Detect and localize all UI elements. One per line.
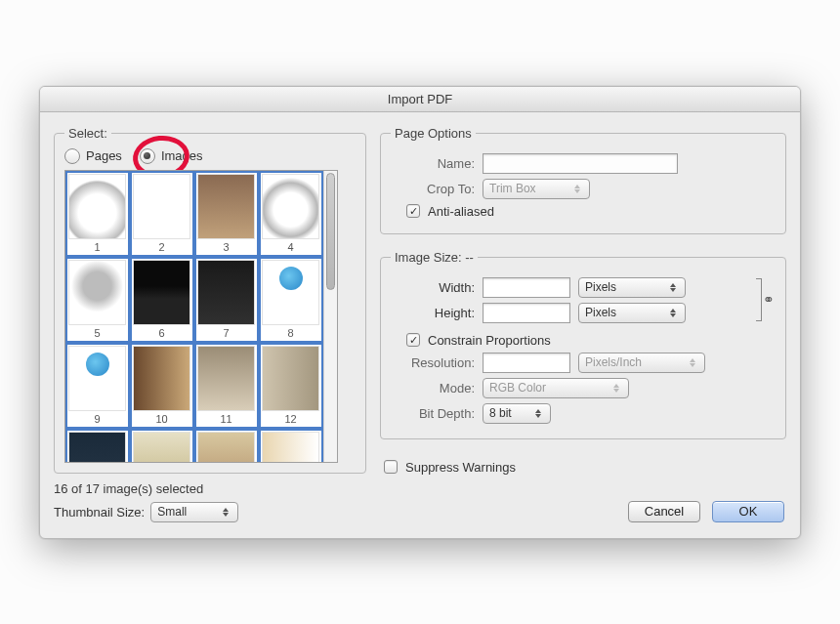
thumbnail-item[interactable]: 4 bbox=[259, 171, 323, 257]
mode-select[interactable]: RGB Color bbox=[483, 378, 629, 398]
name-field[interactable] bbox=[483, 153, 678, 174]
thumbnail-item[interactable]: 12 bbox=[259, 343, 323, 429]
image-size-legend: Image Size: -- bbox=[391, 250, 478, 265]
thumbnail-item[interactable]: 1 bbox=[65, 171, 130, 257]
scrollbar-thumb[interactable] bbox=[326, 173, 335, 290]
ok-button[interactable]: OK bbox=[712, 501, 784, 522]
select-arrows-icon bbox=[220, 508, 231, 517]
height-unit-select[interactable]: Pixels bbox=[578, 303, 686, 323]
pages-radio-label: Pages bbox=[86, 148, 122, 163]
cancel-button[interactable]: Cancel bbox=[628, 501, 700, 522]
select-arrows-icon bbox=[571, 185, 583, 193]
resolution-unit-select[interactable]: Pixels/Inch bbox=[578, 353, 705, 373]
thumbnail-scrollbar[interactable] bbox=[323, 171, 337, 462]
thumbnail-number: 1 bbox=[68, 241, 126, 253]
selection-status: 16 of 17 image(s) selected bbox=[54, 481, 366, 496]
thumbnail-item[interactable]: 9 bbox=[65, 343, 130, 429]
thumbnail-item[interactable]: 7 bbox=[194, 257, 259, 343]
suppress-warnings-label: Suppress Warnings bbox=[405, 460, 516, 475]
select-arrows-icon bbox=[532, 409, 544, 418]
select-arrows-icon bbox=[610, 384, 622, 393]
import-pdf-dialog: Import PDF Select: Pages Images 1 2 3 bbox=[39, 86, 801, 539]
name-label: Name: bbox=[391, 156, 475, 171]
thumbnail-number: 2 bbox=[133, 241, 190, 253]
height-label: Height: bbox=[391, 306, 475, 320]
select-group: Select: Pages Images 1 2 3 4 5 6 bbox=[54, 126, 366, 474]
mode-value: RGB Color bbox=[489, 381, 546, 395]
thumbnail-item[interactable]: 5 bbox=[65, 257, 130, 343]
width-label: Width: bbox=[391, 280, 475, 295]
select-arrows-icon bbox=[667, 309, 679, 317]
thumbnail-number: 3 bbox=[197, 241, 255, 253]
thumbnail-size-select[interactable]: Small bbox=[150, 502, 238, 522]
crop-to-value: Trim Box bbox=[489, 182, 536, 195]
thumbnail-size-value: Small bbox=[157, 505, 187, 519]
thumbnail-item[interactable] bbox=[259, 429, 323, 463]
thumbnail-item[interactable] bbox=[194, 429, 259, 463]
link-bracket-icon bbox=[756, 278, 762, 321]
thumbnail-item[interactable]: 8 bbox=[259, 257, 323, 343]
thumbnail-item[interactable] bbox=[130, 429, 194, 463]
suppress-warnings-checkbox[interactable] bbox=[384, 460, 398, 474]
images-radio-label: Images bbox=[161, 148, 203, 163]
width-unit-value: Pixels bbox=[585, 280, 616, 294]
constrain-proportions-label: Constrain Proportions bbox=[428, 333, 551, 348]
thumbnail-number: 10 bbox=[133, 413, 190, 425]
thumbnail-number: 4 bbox=[262, 241, 319, 253]
resolution-label: Resolution: bbox=[391, 355, 475, 370]
thumbnail-number: 11 bbox=[197, 413, 255, 425]
thumbnail-number: 5 bbox=[68, 327, 126, 339]
mode-label: Mode: bbox=[391, 381, 475, 395]
thumbnail-grid[interactable]: 1 2 3 4 5 6 7 8 9 10 11 12 bbox=[64, 170, 338, 463]
select-arrows-icon bbox=[667, 283, 679, 292]
resolution-unit-value: Pixels/Inch bbox=[585, 355, 642, 369]
anti-aliased-checkbox[interactable] bbox=[406, 204, 420, 218]
height-unit-value: Pixels bbox=[585, 306, 616, 319]
bit-depth-label: Bit Depth: bbox=[391, 406, 475, 421]
thumbnail-item[interactable]: 11 bbox=[194, 343, 259, 429]
thumbnail-item[interactable]: 10 bbox=[130, 343, 194, 429]
thumbnail-number: 8 bbox=[262, 327, 319, 339]
thumbnail-number: 7 bbox=[197, 327, 255, 339]
constrain-proportions-checkbox[interactable] bbox=[406, 333, 420, 347]
crop-to-select[interactable]: Trim Box bbox=[483, 179, 590, 199]
thumbnail-item[interactable]: 6 bbox=[130, 257, 194, 343]
anti-aliased-label: Anti-aliased bbox=[428, 204, 494, 219]
page-options-legend: Page Options bbox=[391, 126, 476, 141]
thumbnail-item[interactable]: 3 bbox=[194, 171, 259, 257]
constrain-link-icon[interactable]: ⚭ bbox=[762, 292, 776, 308]
thumbnail-number: 12 bbox=[262, 413, 319, 425]
thumbnail-size-label: Thumbnail Size: bbox=[54, 505, 145, 520]
select-arrows-icon bbox=[687, 358, 698, 367]
pages-radio[interactable] bbox=[64, 148, 80, 164]
thumbnail-number: 6 bbox=[133, 327, 190, 339]
images-radio[interactable] bbox=[140, 148, 155, 164]
bit-depth-select[interactable]: 8 bit bbox=[483, 403, 551, 424]
thumbnail-item[interactable] bbox=[65, 429, 130, 463]
resolution-field[interactable] bbox=[483, 353, 570, 373]
window-title: Import PDF bbox=[40, 87, 800, 112]
thumbnail-item[interactable]: 2 bbox=[130, 171, 194, 257]
crop-to-label: Crop To: bbox=[391, 182, 475, 196]
thumbnail-number: 9 bbox=[68, 413, 126, 425]
page-options-group: Page Options Name: Crop To: Trim Box Ant… bbox=[380, 126, 786, 234]
image-size-group: Image Size: -- Width: Pixels Heigh bbox=[380, 250, 786, 439]
width-field[interactable] bbox=[483, 277, 570, 298]
select-legend: Select: bbox=[64, 126, 111, 141]
width-unit-select[interactable]: Pixels bbox=[578, 277, 686, 298]
bit-depth-value: 8 bit bbox=[489, 406, 512, 420]
height-field[interactable] bbox=[483, 303, 570, 323]
